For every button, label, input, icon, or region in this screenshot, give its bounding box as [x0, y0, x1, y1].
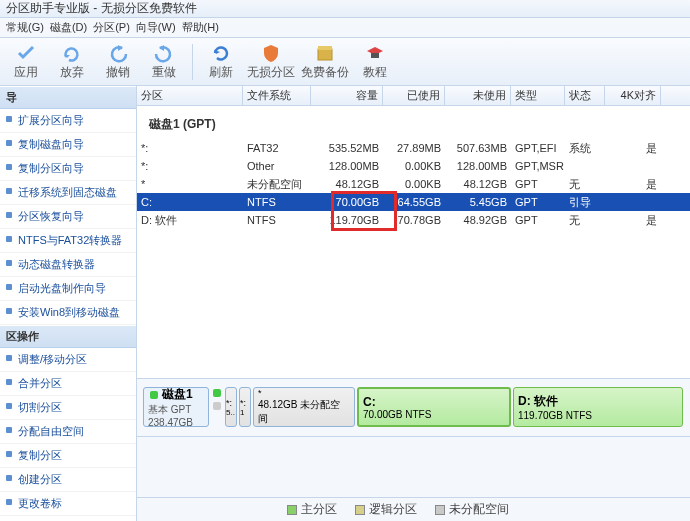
wizard-item[interactable]: 扩展分区向导 — [0, 109, 136, 133]
discard-button[interactable]: 放弃 — [50, 40, 94, 84]
table-row[interactable]: *:Other128.00MB0.00KB128.00MBGPT,MSR — [137, 157, 690, 175]
cell-free: 48.12GB — [445, 178, 511, 190]
operation-item[interactable]: 分配自由空间 — [0, 420, 136, 444]
wizard-item[interactable]: 复制分区向导 — [0, 157, 136, 181]
operations-panel: 调整/移动分区合并分区切割分区分配自由空间复制分区创建分区更改卷标分区对齐更改序… — [0, 348, 136, 521]
disk-info-block[interactable]: 磁盘1 基本 GPT 238.47GB — [143, 387, 209, 427]
operation-item[interactable]: 合并分区 — [0, 372, 136, 396]
undo-icon — [107, 42, 129, 64]
cell-p: C: — [137, 196, 243, 208]
cell-cap: 119.70GB — [311, 214, 383, 226]
wizard-item[interactable]: 动态磁盘转换器 — [0, 253, 136, 277]
diskmap-d-drive[interactable]: D: 软件 119.70GB NTFS — [513, 387, 683, 427]
cell-stat: 无 — [565, 177, 605, 192]
wizard-item[interactable]: 安装Win8到移动磁盘 — [0, 301, 136, 325]
cell-free: 507.63MB — [445, 142, 511, 154]
apply-button[interactable]: 应用 — [4, 40, 48, 84]
table-row[interactable]: *未分配空间48.12GB0.00KB48.12GBGPT无是 — [137, 175, 690, 193]
toolbar: 应用 放弃 撤销 重做 刷新 无损分区 免费备份 教程 — [0, 38, 690, 86]
menu-partition[interactable]: 分区(P) — [93, 20, 130, 35]
cell-fs: NTFS — [243, 214, 311, 226]
operations-panel-title: 区操作 — [0, 325, 136, 348]
menu-wizard[interactable]: 向导(W) — [136, 20, 176, 35]
window-title: 分区助手专业版 - 无损分区免费软件 — [6, 0, 197, 17]
cell-fs: 未分配空间 — [243, 177, 311, 192]
cell-align: 是 — [605, 213, 661, 228]
cell-free: 128.00MB — [445, 160, 511, 172]
legend-primary: 主分区 — [287, 501, 337, 518]
wizard-item[interactable]: NTFS与FAT32转换器 — [0, 229, 136, 253]
wizard-item[interactable]: 分区恢复向导 — [0, 205, 136, 229]
disk-map: 磁盘1 基本 GPT 238.47GB *:5.. *:1 * 48.12GB … — [137, 378, 690, 436]
operation-item[interactable]: 调整/移动分区 — [0, 348, 136, 372]
operation-item[interactable]: 分区对齐 — [0, 516, 136, 521]
operation-item[interactable]: 切割分区 — [0, 396, 136, 420]
wizard-panel: 扩展分区向导复制磁盘向导复制分区向导迁移系统到固态磁盘分区恢复向导NTFS与FA… — [0, 109, 136, 325]
disk-led-icon — [213, 402, 221, 410]
col-type[interactable]: 类型 — [511, 86, 565, 105]
diskmap-efi[interactable]: *:5.. — [225, 387, 237, 427]
diskmap-unalloc[interactable]: * 48.12GB 未分配空间 — [253, 387, 355, 427]
col-partition[interactable]: 分区 — [137, 86, 243, 105]
cell-p: *: — [137, 142, 243, 154]
cell-used: 0.00KB — [383, 160, 445, 172]
col-used[interactable]: 已使用 — [383, 86, 445, 105]
table-row[interactable]: *:FAT32535.52MB27.89MB507.63MBGPT,EFI系统是 — [137, 139, 690, 157]
operation-item[interactable]: 更改卷标 — [0, 492, 136, 516]
diskmap-msr[interactable]: *:1 — [239, 387, 251, 427]
cell-cap: 535.52MB — [311, 142, 383, 154]
lossless-partition-button[interactable]: 无损分区 — [245, 40, 297, 84]
menu-disk[interactable]: 磁盘(D) — [50, 20, 87, 35]
cell-used: 0.00KB — [383, 178, 445, 190]
sidebar: 导 扩展分区向导复制磁盘向导复制分区向导迁移系统到固态磁盘分区恢复向导NTFS与… — [0, 86, 137, 521]
undo-button[interactable]: 撤销 — [96, 40, 140, 84]
box-icon — [314, 42, 336, 64]
wizard-item[interactable]: 启动光盘制作向导 — [0, 277, 136, 301]
col-4kalign[interactable]: 4K对齐 — [605, 86, 661, 105]
cell-stat: 引导 — [565, 195, 605, 210]
cell-used: 27.89MB — [383, 142, 445, 154]
cell-fs: NTFS — [243, 196, 311, 208]
table-row[interactable]: C:NTFS70.00GB64.55GB5.45GBGPT引导 — [137, 193, 690, 211]
col-filesystem[interactable]: 文件系统 — [243, 86, 311, 105]
legend-logical: 逻辑分区 — [355, 501, 417, 518]
cell-used: 64.55GB — [383, 196, 445, 208]
toolbar-separator — [192, 44, 193, 80]
refresh-button[interactable]: 刷新 — [199, 40, 243, 84]
wizard-item[interactable]: 迁移系统到固态磁盘 — [0, 181, 136, 205]
cell-used: 70.78GB — [383, 214, 445, 226]
legend-unalloc: 未分配空间 — [435, 501, 509, 518]
svg-rect-2 — [371, 53, 379, 58]
cell-cap: 128.00MB — [311, 160, 383, 172]
disk-led-icon — [150, 391, 158, 399]
operation-item[interactable]: 复制分区 — [0, 444, 136, 468]
cell-cap: 70.00GB — [311, 196, 383, 208]
check-icon — [15, 42, 37, 64]
menu-general[interactable]: 常规(G) — [6, 20, 44, 35]
cell-type: GPT — [511, 196, 565, 208]
cell-stat: 系统 — [565, 141, 605, 156]
cell-type: GPT — [511, 214, 565, 226]
col-capacity[interactable]: 容量 — [311, 86, 383, 105]
col-free[interactable]: 未使用 — [445, 86, 511, 105]
cell-cap: 48.12GB — [311, 178, 383, 190]
content-area: 分区 文件系统 容量 已使用 未使用 类型 状态 4K对齐 磁盘1 (GPT) … — [137, 86, 690, 521]
tutorial-button[interactable]: 教程 — [353, 40, 397, 84]
table-row[interactable]: D: 软件NTFS119.70GB70.78GB48.92GBGPT无是 — [137, 211, 690, 229]
cell-type: GPT,EFI — [511, 142, 565, 154]
operation-item[interactable]: 创建分区 — [0, 468, 136, 492]
partition-table-header: 分区 文件系统 容量 已使用 未使用 类型 状态 4K对齐 — [137, 86, 690, 106]
cell-p: *: — [137, 160, 243, 172]
menubar: 常规(G) 磁盘(D) 分区(P) 向导(W) 帮助(H) — [0, 18, 690, 38]
cell-type: GPT — [511, 178, 565, 190]
col-status[interactable]: 状态 — [565, 86, 605, 105]
free-backup-button[interactable]: 免费备份 — [299, 40, 351, 84]
partition-table-body[interactable]: 磁盘1 (GPT) *:FAT32535.52MB27.89MB507.63MB… — [137, 106, 690, 378]
diskmap-c-drive[interactable]: C: 70.00GB NTFS — [357, 387, 511, 427]
wizard-item[interactable]: 复制磁盘向导 — [0, 133, 136, 157]
menu-help[interactable]: 帮助(H) — [182, 20, 219, 35]
disk-group-label: 磁盘1 (GPT) — [137, 106, 690, 139]
svg-rect-1 — [318, 46, 332, 50]
cell-free: 48.92GB — [445, 214, 511, 226]
redo-button[interactable]: 重做 — [142, 40, 186, 84]
